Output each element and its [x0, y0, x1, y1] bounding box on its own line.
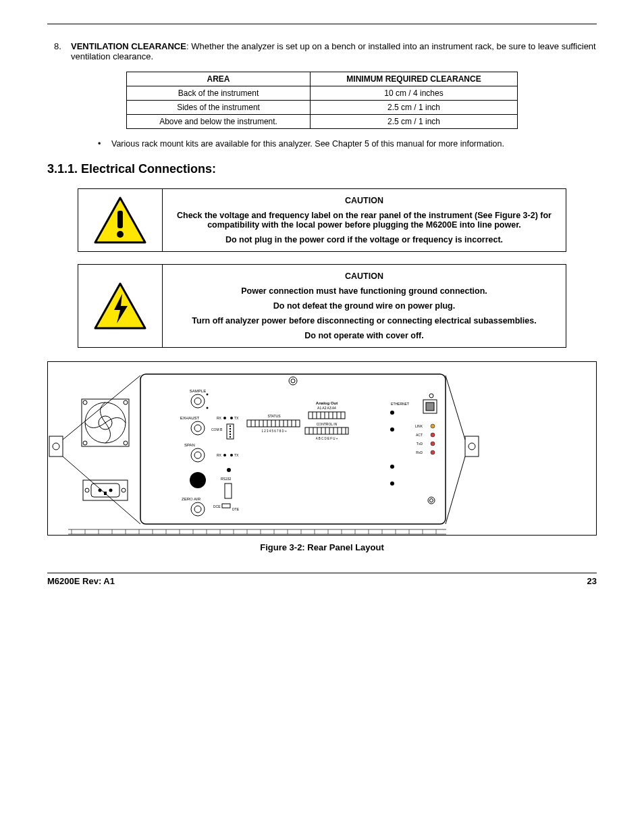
svg-point-96	[390, 465, 394, 469]
label-zero-air: ZERO AIR	[182, 497, 201, 501]
svg-rect-89	[426, 402, 434, 411]
page-footer: M6200E Rev: A1 23	[47, 573, 597, 586]
svg-point-32	[207, 394, 209, 396]
svg-point-93	[431, 433, 435, 437]
warning-icon	[93, 196, 147, 244]
rear-panel-svg: SAMPLE EXHAUST SPAN ZERO AIR RX TX COM B	[48, 362, 480, 536]
label-link: LINK	[415, 424, 423, 428]
label-act: ACT	[416, 433, 423, 437]
footer-left: M6200E Rev: A1	[47, 576, 115, 586]
svg-point-41	[223, 417, 226, 419]
caution-para: Do not defeat the ground wire on power p…	[175, 301, 554, 311]
list-body: VENTILATION CLEARANCE: Whether the analy…	[71, 41, 597, 61]
svg-point-29	[122, 488, 126, 492]
table-header-row: AREA MINIMUM REQUIRED CLEARANCE	[127, 72, 518, 86]
caution-para: Power connection must have functioning g…	[175, 286, 554, 296]
svg-point-22	[124, 441, 128, 445]
svg-point-47	[230, 434, 231, 435]
svg-point-48	[230, 436, 231, 438]
top-rule	[47, 24, 597, 24]
caution-icon-cell	[78, 265, 163, 347]
caution-title: CAUTION	[175, 271, 554, 281]
svg-rect-8	[465, 436, 479, 457]
svg-point-25	[99, 489, 102, 492]
caution-text: CAUTION Power connection must have funct…	[163, 265, 566, 347]
svg-point-95	[431, 450, 435, 454]
table-header-clearance: MINIMUM REQUIRED CLEARANCE	[311, 72, 518, 86]
label-analog-out: Analog Out	[316, 401, 338, 405]
bullet-dot: •	[98, 139, 111, 149]
svg-point-42	[230, 417, 233, 419]
table-cell: 2.5 cm / 1 inch	[311, 115, 518, 129]
table-row: Back of the instrument 10 cm / 4 inches	[127, 86, 518, 101]
svg-point-94	[431, 442, 435, 446]
label-rx: RX	[217, 416, 222, 420]
figure-caption: Figure 3-2: Rear Panel Layout	[47, 542, 597, 552]
list-number: 8.	[54, 41, 71, 61]
table-cell: Above and below the instrument.	[127, 115, 311, 129]
label-exhaust: EXHAUST	[180, 416, 200, 420]
caution-title: CAUTION	[175, 196, 554, 205]
caution-box-ground: CAUTION Power connection must have funct…	[78, 264, 566, 348]
svg-point-91	[431, 424, 435, 428]
electrical-warning-icon	[93, 282, 147, 330]
label-rs232: RS232	[221, 477, 232, 481]
footer-right: 23	[587, 576, 597, 586]
label-tx: TX	[234, 416, 239, 420]
svg-rect-1	[117, 211, 123, 228]
table-cell: Sides of the instrument	[127, 101, 311, 115]
table-row: Sides of the instrument 2.5 cm / 1 inch	[127, 101, 518, 115]
svg-point-92	[390, 427, 394, 432]
clearance-table: AREA MINIMUM REQUIRED CLEARANCE Back of …	[126, 72, 518, 129]
caution-text: CAUTION Check the voltage and frequency …	[163, 189, 566, 251]
svg-point-19	[83, 400, 87, 405]
bullet-text: Various rack mount kits are available fo…	[111, 139, 504, 149]
svg-point-90	[390, 411, 394, 415]
section-heading: 3.1.1. Electrical Connections:	[47, 162, 597, 176]
svg-point-20	[124, 400, 128, 405]
svg-point-26	[109, 489, 113, 492]
svg-point-45	[230, 428, 231, 429]
label-dce: DCE	[213, 504, 221, 509]
svg-rect-6	[49, 436, 63, 457]
table-cell: Back of the instrument	[127, 86, 311, 101]
svg-point-49	[223, 454, 226, 457]
svg-point-28	[85, 488, 89, 492]
table-cell: 10 cm / 4 inches	[311, 86, 518, 101]
svg-rect-27	[104, 492, 107, 495]
svg-point-97	[390, 481, 394, 486]
caution-icon-cell	[78, 189, 163, 251]
label-dte: DTE	[232, 507, 240, 511]
label-sample: SAMPLE	[190, 389, 206, 393]
label-tx2: TX	[234, 453, 239, 457]
label-ethernet: ETHERNET	[391, 402, 409, 406]
label-rx2: RX	[217, 453, 222, 457]
svg-point-2	[117, 231, 124, 238]
table-cell: 2.5 cm / 1 inch	[311, 101, 518, 115]
label-rxd: RxD	[416, 450, 423, 454]
label-control-letters: A B C D E F U +	[316, 437, 338, 440]
caution-box-voltage: CAUTION Check the voltage and frequency …	[78, 188, 566, 252]
label-status: STATUS	[268, 414, 281, 418]
label-control-in: CONTROL IN	[317, 422, 338, 426]
label-com-b: COM B	[211, 427, 223, 432]
rear-panel-figure: SAMPLE EXHAUST SPAN ZERO AIR RX TX COM B	[47, 361, 597, 536]
svg-point-38	[190, 472, 206, 488]
label-analog-ch: A1 A2 A3 A4	[317, 406, 336, 410]
svg-point-51	[227, 468, 231, 472]
svg-rect-5	[140, 374, 446, 524]
table-row: Above and below the instrument. 2.5 cm /…	[127, 115, 518, 129]
table-header-area: AREA	[127, 72, 311, 86]
svg-point-50	[230, 454, 233, 457]
label-span: SPAN	[184, 443, 195, 447]
svg-point-33	[207, 407, 209, 409]
label-status-nums: 1 2 3 4 5 6 7 8 D +	[261, 429, 287, 433]
svg-point-46	[230, 431, 231, 432]
caution-para: Turn off analyzer power before disconnec…	[175, 316, 554, 325]
list-lead: VENTILATION CLEARANCE	[71, 41, 186, 51]
list-item-8: 8. VENTILATION CLEARANCE: Whether the an…	[54, 41, 597, 61]
caution-para: Do not plug in the power cord if the vol…	[175, 235, 554, 244]
svg-point-44	[230, 425, 231, 427]
label-txd: TxD	[417, 442, 423, 446]
caution-para: Check the voltage and frequency label on…	[175, 211, 554, 230]
